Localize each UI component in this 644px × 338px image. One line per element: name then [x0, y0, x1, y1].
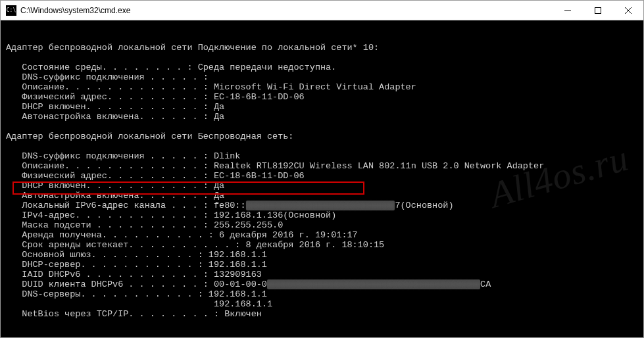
output-line	[6, 33, 11, 43]
output-line: Автонастройка включена. . . . . . : Да	[6, 191, 224, 201]
output-line: Физический адрес. . . . . . . . . : EC-1…	[6, 92, 305, 102]
output-line: NetBios через TCP/IP. . . . . . . . : Вк…	[6, 309, 262, 319]
redacted-text: xxxxxxxxxxxxxxxxxxxxxxxxxxxxxxxxxxxxxxxx	[267, 279, 480, 289]
redacted-text: xxxxxxxxxxxxxxxxxxxxxxxxxxxx	[246, 201, 395, 210]
output-line: Состояние среды. . . . . . . . : Среда п…	[6, 62, 336, 72]
output-line: DNS-серверы. . . . . . . . . . . : 192.1…	[6, 289, 267, 299]
output-line: Автонастройка включена. . . . . . : Да	[6, 112, 224, 122]
window-title: C:\Windows\system32\cmd.exe	[20, 6, 553, 15]
output-line: DHCP-сервер. . . . . . . . . . . : 192.1…	[6, 260, 267, 270]
output-line: DHCP включен. . . . . . . . . . . : Да	[6, 102, 224, 112]
output-line: Описание. . . . . . . . . . . . . : Real…	[6, 161, 544, 171]
output-line	[6, 53, 11, 62]
titlebar[interactable]: C:\ C:\Windows\system32\cmd.exe	[1, 1, 643, 20]
cmd-window: C:\ C:\Windows\system32\cmd.exe Адаптер …	[0, 0, 644, 338]
output-line	[6, 141, 11, 151]
output-line: DNS-суффикс подключения . . . . . :	[6, 72, 209, 82]
output-line: Основной шлюз. . . . . . . . . . : 192.1…	[6, 250, 267, 260]
svg-rect-1	[595, 7, 601, 13]
cmd-icon: C:\	[6, 5, 16, 16]
terminal-output[interactable]: Адаптер беспроводной локальной сети Подк…	[1, 20, 643, 337]
adapter-header: Адаптер беспроводной локальной сети Бесп…	[6, 132, 293, 141]
output-line: DNS-суффикс подключения . . . . . : Dlin…	[6, 151, 240, 161]
output-line: IAID DHCPv6 . . . . . . . . . . . : 1329…	[6, 270, 262, 279]
output-line: Срок аренды истекает. . . . . . . . . . …	[6, 240, 384, 250]
close-button[interactable]	[613, 1, 643, 20]
output-line: DUID клиента DHCPv6 . . . . . . . : 00-0…	[6, 279, 491, 289]
output-line: IPv4-адрес. . . . . . . . . . . . : 192.…	[6, 210, 336, 220]
output-line: Описание. . . . . . . . . . . . . : Micr…	[6, 82, 416, 92]
output-line: Аренда получена. . . . . . . . . . : 6 д…	[6, 230, 358, 240]
maximize-button[interactable]	[583, 1, 613, 20]
adapter-header: Адаптер беспроводной локальной сети Подк…	[6, 43, 379, 53]
output-line: Маска подсети . . . . . . . . . . : 255.…	[6, 220, 283, 230]
window-controls	[553, 1, 643, 20]
watermark-text: All4os.ru	[489, 153, 629, 201]
output-line: Локальный IPv6-адрес канала . . . : fe80…	[6, 201, 454, 210]
output-line: DHCP включен. . . . . . . . . . . : Да	[6, 181, 224, 191]
output-line-highlighted: Физический адрес. . . . . . . . . : EC-1…	[6, 171, 305, 181]
minimize-button[interactable]	[553, 1, 583, 20]
output-line: 192.168.1.1	[6, 299, 272, 309]
output-line	[6, 122, 11, 132]
